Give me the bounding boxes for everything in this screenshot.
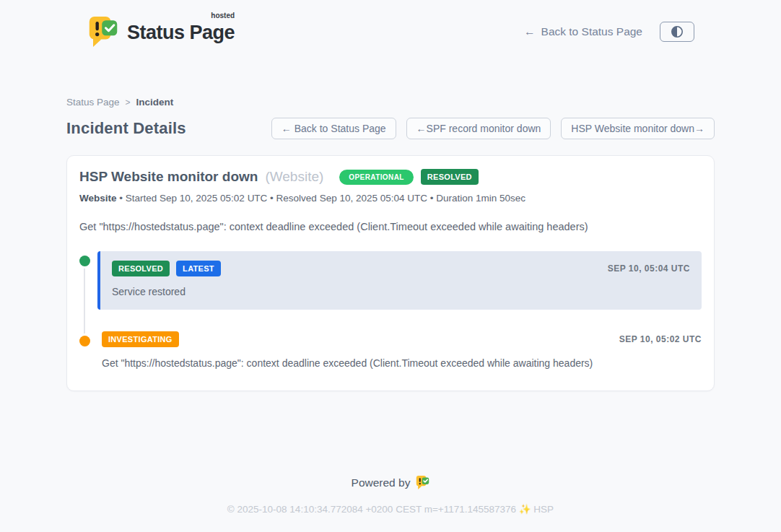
header: hosted Status Page ← Back to Status Page (0, 0, 781, 53)
timeline-message: Service restored (112, 286, 690, 297)
investigating-badge: INVESTIGATING (102, 331, 179, 347)
meta-details: • Started Sep 10, 2025 05:02 UTC • Resol… (117, 193, 526, 204)
timeline-badges: RESOLVED LATEST (112, 261, 221, 276)
timeline-entry-body: INVESTIGATING SEP 10, 05:02 UTC Get "htt… (97, 331, 702, 369)
timeline-entry-header: INVESTIGATING SEP 10, 05:02 UTC (102, 331, 702, 347)
logo-text: hosted Status Page (127, 14, 235, 44)
logo-hosted-label: hosted (211, 12, 235, 19)
logo[interactable]: hosted Status Page (88, 14, 235, 49)
resolved-badge: RESOLVED (112, 261, 170, 276)
main-content: Status Page > Incident Incident Details … (66, 53, 715, 391)
next-incident-button[interactable]: HSP Website monitor down→ (561, 118, 715, 139)
prev-incident-button[interactable]: ←SPF record monitor down (406, 118, 551, 139)
timeline-badges: INVESTIGATING (102, 331, 179, 347)
incident-meta: Website • Started Sep 10, 2025 05:02 UTC… (79, 193, 702, 204)
copyright-line: © 2025-10-08 14:10:34.772084 +0200 CEST … (0, 503, 781, 515)
logo-icon (88, 14, 118, 49)
powered-by: Powered by (0, 475, 781, 490)
breadcrumb-separator: > (126, 97, 131, 108)
timeline-timestamp: SEP 10, 05:04 UTC (608, 263, 690, 274)
page-title: Incident Details (66, 119, 186, 138)
meta-component: Website (79, 193, 117, 204)
incident-nav-buttons: ← Back to Status Page ←SPF record monito… (271, 118, 715, 139)
back-link-label: Back to Status Page (541, 25, 642, 38)
incident-timeline: RESOLVED LATEST SEP 10, 05:04 UTC Servic… (79, 251, 702, 369)
back-to-status-page-link[interactable]: ← Back to Status Page (524, 25, 642, 38)
breadcrumb-incident: Incident (136, 97, 174, 108)
arrow-left-icon: ← (524, 25, 536, 38)
timeline-timestamp: SEP 10, 05:02 UTC (619, 334, 702, 344)
powered-by-label: Powered by (352, 476, 411, 489)
timeline-entry-header: RESOLVED LATEST SEP 10, 05:04 UTC (112, 261, 690, 276)
incident-card: HSP Website monitor down (Website) OPERA… (66, 155, 715, 391)
breadcrumb: Status Page > Incident (66, 97, 715, 108)
resolved-badge: RESOLVED (421, 169, 479, 185)
resolved-dot-icon (79, 256, 90, 266)
operational-badge: OPERATIONAL (339, 170, 413, 185)
investigating-dot-icon (79, 336, 90, 346)
incident-component: (Website) (265, 169, 323, 185)
footer: Powered by © 2025-10-08 14:10:34.772084 … (0, 475, 781, 532)
timeline-entry-investigating: INVESTIGATING SEP 10, 05:02 UTC Get "htt… (97, 331, 702, 369)
theme-toggle-button[interactable] (660, 22, 694, 42)
incident-description: Get "https://hostedstatus.page": context… (79, 221, 702, 232)
header-right: ← Back to Status Page (524, 22, 694, 42)
title-row: Incident Details ← Back to Status Page ←… (66, 118, 715, 139)
latest-badge: LATEST (176, 261, 221, 276)
breadcrumb-status-page[interactable]: Status Page (66, 97, 120, 108)
timeline-message: Get "https://hostedstatus.page": context… (102, 357, 702, 369)
powered-by-logo-icon[interactable] (416, 475, 429, 490)
latest-update-box: RESOLVED LATEST SEP 10, 05:04 UTC Servic… (97, 251, 702, 310)
timeline-line (84, 266, 85, 343)
logo-title: Status Page (127, 22, 235, 43)
timeline-entry-resolved: RESOLVED LATEST SEP 10, 05:04 UTC Servic… (97, 251, 702, 310)
incident-title-row: HSP Website monitor down (Website) OPERA… (79, 169, 702, 185)
incident-title: HSP Website monitor down (79, 169, 258, 185)
page: hosted Status Page ← Back to Status Page… (0, 0, 781, 532)
back-to-status-page-button[interactable]: ← Back to Status Page (271, 118, 396, 139)
contrast-icon (670, 25, 684, 39)
